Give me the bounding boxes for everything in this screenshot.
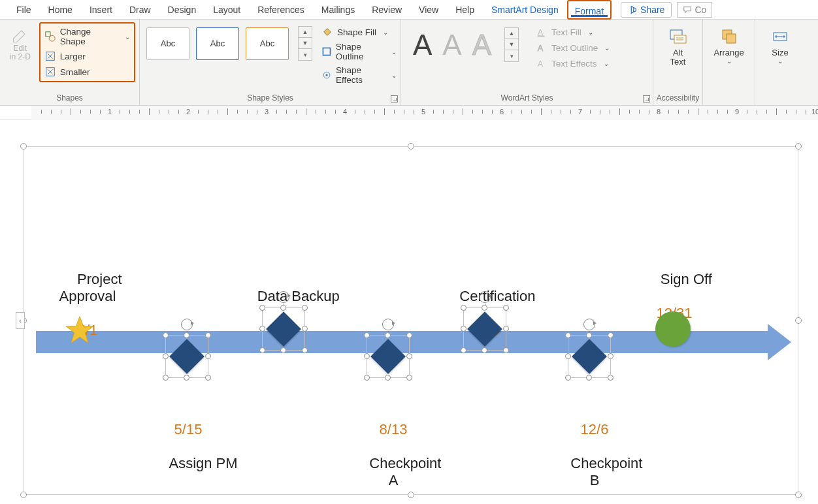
ruler-number: 1 (108, 108, 112, 116)
text-pane-toggle[interactable]: ‹ (16, 312, 25, 329)
style-card-3[interactable]: Abc (246, 27, 289, 60)
star-shape[interactable] (65, 315, 95, 345)
wordart-gallery[interactable]: A A A ▲ ▼ ▾ (405, 22, 527, 67)
rotation-handle[interactable] (583, 319, 595, 330)
rotation-handle[interactable] (181, 319, 193, 330)
alt-text-button[interactable]: Alt Text (657, 22, 698, 67)
selection-handle[interactable] (795, 317, 802, 324)
tab-file[interactable]: File (8, 0, 40, 20)
rotation-handle[interactable] (278, 291, 289, 303)
chevron-down-icon: ⌄ (604, 60, 609, 67)
group-size: Size ⌄ (755, 20, 805, 105)
shape-outline-icon (321, 46, 332, 57)
milestone-title: Certification (459, 288, 535, 304)
shape-style-gallery[interactable]: Abc Abc Abc ▲ ▼ ▾ (144, 22, 315, 65)
gallery-more-icon[interactable]: ▾ (505, 50, 518, 61)
selection-handle[interactable] (408, 143, 414, 150)
shape-outline-button[interactable]: Shape Outline ⌄ (321, 40, 397, 63)
document-canvas[interactable]: ‹ Project Approval 5/1 Data Backup 7/1 C… (0, 120, 818, 504)
gallery-down-icon[interactable]: ▼ (505, 39, 518, 50)
tab-references[interactable]: References (249, 0, 313, 20)
chevron-down-icon: ⌄ (588, 29, 593, 36)
size-button[interactable]: Size ⌄ (759, 22, 801, 65)
text-outline-label: Text Outline (551, 43, 598, 53)
selection-handle[interactable] (795, 492, 802, 498)
gallery-more-icon[interactable]: ▾ (299, 49, 312, 60)
milestone-title: Project Approval (59, 271, 122, 304)
tab-mailings[interactable]: Mailings (313, 0, 363, 20)
share-button[interactable]: Share (621, 2, 672, 18)
text-fill-button: A Text Fill ⌄ (536, 25, 610, 39)
wordart-preset-2[interactable]: A (442, 29, 461, 61)
shape-selection[interactable] (463, 307, 506, 351)
tab-review[interactable]: Review (363, 0, 410, 20)
text-effects-button: A Text Effects ⌄ (536, 56, 610, 71)
group-size-label (755, 101, 805, 105)
horizontal-ruler[interactable]: 12345678910 (0, 106, 818, 120)
smartart-frame[interactable]: ‹ Project Approval 5/1 Data Backup 7/1 C… (24, 146, 798, 495)
shape-fill-button[interactable]: Shape Fill ⌄ (321, 25, 397, 39)
shapes-highlight-box: Change Shape ⌄ Larger Smaller (39, 22, 135, 82)
tab-smartart-design[interactable]: SmartArt Design (483, 0, 567, 20)
group-wordart-styles: A A A ▲ ▼ ▾ A Text Fill ⌄ A Text Outline (401, 20, 653, 105)
tab-help[interactable]: Help (447, 0, 483, 20)
gallery-spinner[interactable]: ▲ ▼ ▾ (298, 26, 312, 61)
text-outline-button: A Text Outline ⌄ (536, 40, 610, 55)
svg-rect-8 (538, 35, 545, 37)
shape-effects-label: Shape Effects (336, 65, 385, 85)
selection-handle[interactable] (795, 143, 802, 150)
wordart-preset-3[interactable]: A (472, 29, 491, 61)
svg-rect-12 (674, 35, 686, 43)
arrange-icon (719, 26, 740, 47)
milestone-label[interactable]: Project Approval 5/1 (45, 254, 130, 373)
milestone-label[interactable]: 5/15 Assign PM (146, 387, 231, 489)
tab-home[interactable]: Home (40, 0, 81, 20)
rotation-handle[interactable] (382, 319, 394, 330)
tab-design[interactable]: Design (159, 0, 205, 20)
arrange-button[interactable]: Arrange ⌄ (708, 22, 750, 65)
wordart-gallery-spinner[interactable]: ▲ ▼ ▾ (504, 27, 519, 62)
shape-selection[interactable] (568, 335, 611, 378)
text-effects-icon: A (536, 57, 548, 69)
milestone-label[interactable]: 12/6 Checkpoint B (546, 387, 644, 504)
tab-format[interactable]: Format (567, 0, 612, 20)
milestone-date: 5/15 (146, 421, 231, 438)
larger-button[interactable]: Larger (43, 48, 131, 64)
tab-draw[interactable]: Draw (121, 0, 159, 20)
milestone-label[interactable]: 8/13 Checkpoint A (344, 387, 442, 504)
arrowhead-icon (768, 324, 791, 360)
size-label: Size (772, 48, 788, 57)
svg-marker-18 (66, 317, 93, 343)
style-card-1[interactable]: Abc (146, 27, 189, 60)
tab-insert[interactable]: Insert (81, 0, 121, 20)
shape-selection[interactable] (367, 335, 410, 378)
svg-rect-16 (727, 34, 736, 43)
change-shape-button[interactable]: Change Shape ⌄ (43, 25, 131, 48)
gallery-up-icon[interactable]: ▲ (299, 27, 312, 38)
rotation-handle[interactable] (479, 291, 491, 303)
dialog-launcher-icon[interactable] (391, 95, 398, 102)
comments-button[interactable]: Co (677, 2, 712, 18)
circle-shape[interactable] (655, 311, 691, 347)
gallery-up-icon[interactable]: ▲ (505, 28, 518, 39)
tab-view[interactable]: View (410, 0, 447, 20)
shape-selection[interactable] (165, 335, 208, 378)
tab-layout[interactable]: Layout (204, 0, 249, 20)
wordart-preset-1[interactable]: A (413, 29, 432, 61)
svg-point-1 (49, 35, 55, 41)
group-shape-styles: Abc Abc Abc ▲ ▼ ▾ Shape Fill ⌄ Shape Out… (140, 20, 401, 105)
ruler-number: 5 (421, 108, 425, 116)
chevron-down-icon: ⌄ (383, 29, 388, 36)
chevron-down-icon: ⌄ (727, 57, 732, 65)
style-card-2[interactable]: Abc (196, 27, 239, 60)
dialog-launcher-icon[interactable] (643, 95, 650, 102)
shape-selection[interactable] (262, 307, 305, 351)
group-shapes: Edit in 2-D Change Shape ⌄ Larger Smalle… (0, 20, 140, 105)
smaller-button[interactable]: Smaller (43, 64, 131, 80)
group-arrange: Arrange ⌄ (703, 20, 755, 105)
selection-handle[interactable] (20, 143, 27, 150)
shape-effects-button[interactable]: Shape Effects ⌄ (321, 64, 397, 86)
gallery-down-icon[interactable]: ▼ (299, 38, 312, 49)
milestone-title: Checkpoint B (570, 455, 642, 488)
selection-handle[interactable] (20, 492, 27, 498)
